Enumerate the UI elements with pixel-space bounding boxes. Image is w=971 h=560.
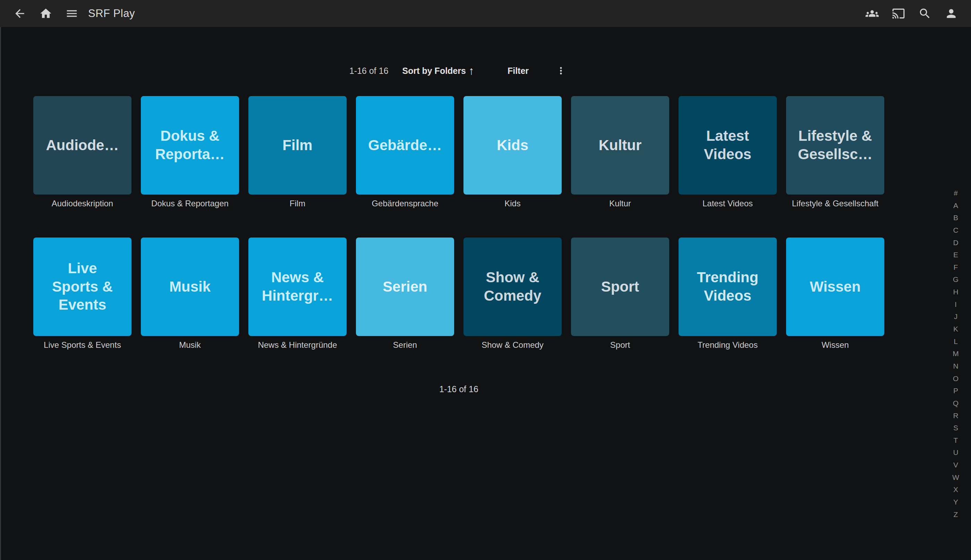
alphabet-letter[interactable]: L bbox=[954, 338, 958, 345]
folder-tile-label: Sport bbox=[601, 278, 639, 296]
folder-caption[interactable]: Show & Comedy bbox=[464, 340, 562, 350]
folder-tile[interactable]: LatestVideos bbox=[679, 96, 777, 195]
alphabet-letter[interactable]: O bbox=[953, 375, 959, 382]
left-edge-divider bbox=[0, 0, 1, 560]
folder-tile-label: TrendingVideos bbox=[697, 268, 758, 305]
kebab-menu-icon bbox=[556, 65, 567, 76]
alphabet-letter[interactable]: U bbox=[953, 449, 958, 456]
user-profile-button[interactable] bbox=[944, 6, 959, 21]
alphabet-letter[interactable]: M bbox=[953, 350, 959, 357]
alphabet-letter[interactable]: X bbox=[953, 486, 958, 493]
alphabet-letter[interactable]: J bbox=[954, 313, 958, 320]
filter-button[interactable]: Filter bbox=[507, 66, 529, 76]
menu-button[interactable] bbox=[65, 6, 79, 21]
alphabet-letter[interactable]: Y bbox=[953, 498, 958, 505]
folder-caption[interactable]: Sport bbox=[571, 340, 669, 350]
alphabet-letter[interactable]: C bbox=[953, 227, 958, 234]
folder-tile[interactable]: Film bbox=[249, 96, 347, 195]
cast-button[interactable] bbox=[891, 6, 906, 21]
folder-caption[interactable]: Kids bbox=[464, 199, 562, 208]
folder-caption[interactable]: News & Hintergründe bbox=[249, 340, 347, 350]
folder-tile[interactable]: Serien bbox=[356, 238, 454, 336]
folder-cell: Kultur Kultur bbox=[571, 96, 669, 208]
folder-tile-label: Dokus &Reporta… bbox=[155, 127, 225, 164]
folder-tile[interactable]: Dokus &Reporta… bbox=[141, 96, 239, 195]
alphabet-letter[interactable]: A bbox=[953, 202, 958, 209]
alphabet-letter[interactable]: W bbox=[952, 474, 959, 481]
alphabet-letter[interactable]: Q bbox=[953, 400, 959, 407]
top-app-bar: SRF Play bbox=[0, 0, 971, 27]
alphabet-letter[interactable]: R bbox=[953, 412, 958, 419]
folder-tile-label: Serien bbox=[383, 278, 427, 296]
folder-caption[interactable]: Live Sports & Events bbox=[33, 340, 132, 350]
folder-caption[interactable]: Wissen bbox=[786, 340, 884, 350]
folder-cell: LatestVideos Latest Videos bbox=[679, 96, 777, 208]
page-title: SRF Play bbox=[88, 7, 135, 20]
syncplay-button[interactable] bbox=[865, 6, 879, 21]
folder-tile-label: LatestVideos bbox=[704, 127, 751, 164]
folder-cell: Musik Musik bbox=[141, 238, 239, 350]
library-page: SRF Play bbox=[0, 0, 971, 560]
folder-tile[interactable]: Gebärde… bbox=[356, 96, 454, 195]
folder-tile-label: Kultur bbox=[599, 136, 642, 155]
alphabet-letter[interactable]: I bbox=[955, 301, 957, 308]
alphabet-letter[interactable]: B bbox=[953, 214, 958, 221]
alphabet-letter[interactable]: D bbox=[953, 239, 958, 246]
cast-icon bbox=[892, 7, 905, 20]
folder-tile-label: Gebärde… bbox=[368, 136, 442, 155]
alphabet-letter[interactable]: G bbox=[953, 276, 959, 283]
alphabet-letter[interactable]: E bbox=[953, 251, 958, 258]
back-button[interactable] bbox=[12, 6, 27, 21]
filter-button-label: Filter bbox=[507, 66, 529, 76]
folder-tile[interactable]: Kultur bbox=[571, 96, 669, 195]
hamburger-menu-icon bbox=[65, 7, 78, 20]
alphabet-letter[interactable]: F bbox=[954, 263, 958, 271]
alphabet-letter[interactable]: # bbox=[954, 189, 958, 197]
syncplay-groups-icon bbox=[866, 7, 879, 20]
folder-caption[interactable]: Gebärdensprache bbox=[356, 199, 454, 208]
alphabet-letter[interactable]: P bbox=[953, 387, 958, 394]
more-options-button[interactable] bbox=[554, 63, 568, 78]
home-button[interactable] bbox=[38, 6, 53, 21]
sort-button[interactable]: Sort by Folders ↑ bbox=[402, 65, 474, 76]
folder-caption[interactable]: Film bbox=[249, 199, 347, 208]
folder-tile[interactable]: Sport bbox=[571, 238, 669, 336]
folder-cell: Gebärde… Gebärdensprache bbox=[356, 96, 454, 208]
folder-tile[interactable]: Lifestyle &Gesellsc… bbox=[786, 96, 884, 195]
folder-caption[interactable]: Musik bbox=[141, 340, 239, 350]
folder-tile[interactable]: News &Hintergr… bbox=[249, 238, 347, 336]
alphabet-letter[interactable]: T bbox=[954, 437, 958, 444]
search-button[interactable] bbox=[918, 6, 932, 21]
folder-caption[interactable]: Audiodeskription bbox=[33, 199, 132, 208]
alphabet-letter[interactable]: N bbox=[953, 362, 958, 370]
folder-caption[interactable]: Kultur bbox=[571, 199, 669, 208]
alphabet-letter[interactable]: V bbox=[953, 461, 958, 468]
folder-tile[interactable]: LiveSports &Events bbox=[33, 238, 132, 336]
folder-tile[interactable]: Wissen bbox=[786, 238, 884, 336]
folder-cell: Dokus &Reporta… Dokus & Reportagen bbox=[141, 96, 239, 208]
sort-button-label: Sort by Folders bbox=[402, 66, 466, 76]
alphabet-picker: # A B C D E F G H I J K L M N O P Q R S … bbox=[948, 189, 963, 518]
folder-tile[interactable]: Musik bbox=[141, 238, 239, 336]
folder-tile[interactable]: Kids bbox=[464, 96, 562, 195]
folder-cell: Wissen Wissen bbox=[786, 238, 884, 350]
folder-caption[interactable]: Dokus & Reportagen bbox=[141, 199, 239, 208]
folder-caption[interactable]: Trending Videos bbox=[679, 340, 777, 350]
folder-caption[interactable]: Latest Videos bbox=[679, 199, 777, 208]
alphabet-letter[interactable]: K bbox=[953, 325, 958, 333]
alphabet-letter[interactable]: Z bbox=[954, 511, 958, 518]
alphabet-letter[interactable]: S bbox=[953, 424, 958, 432]
folder-tile[interactable]: TrendingVideos bbox=[679, 238, 777, 336]
folder-caption[interactable]: Serien bbox=[356, 340, 454, 350]
folder-caption[interactable]: Lifestyle & Gesellschaft bbox=[786, 199, 884, 208]
folder-cell: Lifestyle &Gesellsc… Lifestyle & Gesells… bbox=[786, 96, 884, 208]
folder-cell: LiveSports &Events Live Sports & Events bbox=[33, 238, 132, 350]
folder-cell: Sport Sport bbox=[571, 238, 669, 350]
folder-tile[interactable]: Audiode… bbox=[33, 96, 132, 195]
item-count-bottom: 1-16 of 16 bbox=[33, 384, 884, 394]
alphabet-letter[interactable]: H bbox=[953, 288, 958, 295]
folder-cell: Film Film bbox=[249, 96, 347, 208]
folder-cell: Show &Comedy Show & Comedy bbox=[464, 238, 562, 350]
sort-ascending-icon: ↑ bbox=[469, 65, 474, 76]
folder-tile[interactable]: Show &Comedy bbox=[464, 238, 562, 336]
